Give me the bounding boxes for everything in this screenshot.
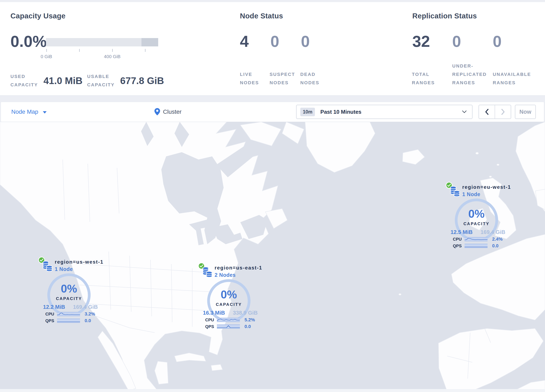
breadcrumb-cluster-label: Cluster	[163, 108, 182, 115]
qps-value: 0.0	[492, 243, 499, 249]
suspect-nodes-value: 0	[270, 33, 279, 49]
map-footer-strip	[0, 389, 545, 392]
capacity-gauge-arc	[47, 273, 91, 317]
dead-nodes-value: 0	[301, 33, 310, 49]
region-marker-eu-west-1[interactable]: region=eu-west-1 1 Node 0% CAPACITY 12.5…	[446, 181, 508, 251]
qps-label: QPS	[45, 318, 57, 323]
cpu-value: 2.4%	[492, 236, 502, 242]
capacity-percent: 0%	[48, 283, 90, 294]
capacity-label: CAPACITY	[48, 296, 90, 301]
capacity-bar: 0 GiB 400 GiB	[46, 38, 158, 46]
map-toolbar: Node Map Cluster 10m Past 10 Minutes Now	[1, 102, 544, 122]
qps-sparkline	[464, 244, 488, 248]
next-interval-button[interactable]	[495, 105, 511, 118]
capacity-bar-reserved-segment	[142, 38, 158, 46]
chevron-right-icon	[500, 108, 506, 115]
now-button-label: Now	[520, 109, 531, 115]
cpu-value: 3.2%	[85, 311, 95, 317]
time-range-label: Past 10 Minutes	[320, 109, 361, 115]
used-capacity: 12.2 MiB	[43, 304, 65, 310]
qps-sparkline	[57, 319, 80, 323]
capacity-gauge-arc	[206, 279, 251, 323]
chevron-left-icon	[484, 108, 490, 115]
dead-nodes-label: DEAD NODES	[300, 70, 326, 87]
live-nodes-value: 4	[240, 33, 249, 49]
used-capacity-value: 41.0 MiB	[43, 75, 83, 86]
usable-capacity-value: 677.8 GiB	[120, 75, 164, 86]
total-ranges-value: 32	[412, 33, 430, 49]
capacity-tick	[46, 49, 47, 52]
unavailable-ranges-value: 0	[493, 33, 502, 49]
view-mode-label: Node Map	[11, 108, 38, 115]
qps-sparkline	[217, 324, 240, 329]
usable-capacity-stat: USABLE CAPACITY 677.8 GiB	[87, 72, 164, 89]
capacity-tick	[112, 49, 113, 52]
qps-value: 0.0	[85, 318, 91, 324]
region-marker-us-west-1[interactable]: region=us-west-1 1 Node 0% CAPACITY 12.2…	[38, 256, 101, 326]
capacity-label: CAPACITY	[208, 302, 250, 307]
breadcrumb-cluster[interactable]: Cluster	[155, 102, 182, 122]
used-capacity: 16.3 MiB	[203, 310, 225, 316]
node-map[interactable]: region=us-west-1 1 Node 0% CAPACITY 12.2…	[0, 122, 545, 392]
total-ranges-label: TOTAL RANGES	[412, 70, 440, 87]
previous-interval-button[interactable]	[479, 105, 495, 118]
time-range-selector[interactable]: 10m Past 10 Minutes	[296, 105, 472, 119]
qps-value: 0.0	[244, 324, 251, 329]
database-stack-icon	[202, 267, 213, 278]
database-stack-icon	[42, 261, 53, 272]
region-node-count: 1 Node	[462, 191, 480, 197]
cpu-value: 5.2%	[244, 317, 255, 323]
capacity-percent: 0%	[456, 208, 497, 219]
region-node-count: 1 Node	[55, 266, 73, 272]
qps-label: QPS	[205, 324, 217, 329]
used-capacity: 12.5 MiB	[451, 229, 473, 235]
now-button[interactable]: Now	[515, 105, 536, 119]
suspect-nodes-label: SUSPECT NODES	[270, 70, 299, 87]
database-stack-icon	[450, 186, 461, 197]
region-name: region=us-east-1	[215, 265, 262, 271]
unavailable-ranges-label: UNAVAILABLE RANGES	[493, 70, 537, 87]
under-replicated-ranges-label: UNDER-REPLICATED RANGES	[452, 62, 487, 87]
chevron-down-icon	[43, 111, 47, 113]
time-range-badge: 10m	[300, 108, 315, 116]
total-capacity: 338.9 GiB	[233, 310, 258, 316]
qps-label: QPS	[453, 243, 464, 248]
capacity-usage-title: Capacity Usage	[10, 12, 65, 20]
region-marker-us-east-1[interactable]: region=us-east-1 2 Nodes 0% CAPACITY 16.…	[198, 262, 260, 332]
capacity-gauge-arc	[454, 198, 499, 243]
cluster-summary-bar: Capacity Usage 0.0% 0 GiB 400 GiB USED C…	[0, 2, 545, 96]
used-capacity-stat: USED CAPACITY 41.0 MiB	[10, 72, 83, 89]
region-node-count: 2 Nodes	[215, 272, 236, 278]
capacity-used-percent: 0.0%	[10, 33, 47, 49]
region-name: region=us-west-1	[55, 259, 103, 265]
used-capacity-label: USED CAPACITY	[10, 72, 43, 89]
capacity-tick	[79, 49, 80, 52]
total-capacity: 169.4 GiB	[73, 304, 98, 310]
live-nodes-label: LIVE NODES	[240, 70, 265, 87]
total-capacity: 169.4 GiB	[480, 229, 505, 235]
cpu-sparkline	[217, 318, 240, 322]
cpu-label: CPU	[453, 237, 464, 242]
cpu-label: CPU	[205, 317, 217, 322]
region-name: region=eu-west-1	[462, 184, 511, 190]
cpu-sparkline	[464, 237, 488, 241]
chevron-down-icon	[462, 110, 467, 113]
replication-status-title: Replication Status	[412, 12, 477, 20]
time-step-control	[478, 105, 511, 119]
capacity-tick-label-0: 0 GiB	[32, 54, 61, 59]
capacity-tick-label-400: 400 GiB	[98, 54, 127, 59]
under-replicated-ranges-value: 0	[452, 33, 461, 49]
capacity-label: CAPACITY	[456, 221, 497, 226]
usable-capacity-label: USABLE CAPACITY	[87, 72, 120, 89]
location-pin-icon	[155, 108, 160, 116]
view-mode-dropdown[interactable]: Node Map	[11, 102, 47, 122]
cpu-label: CPU	[45, 312, 57, 317]
cpu-sparkline	[57, 312, 80, 316]
node-status-title: Node Status	[240, 12, 283, 20]
capacity-tick	[145, 49, 145, 52]
capacity-percent: 0%	[208, 289, 250, 300]
